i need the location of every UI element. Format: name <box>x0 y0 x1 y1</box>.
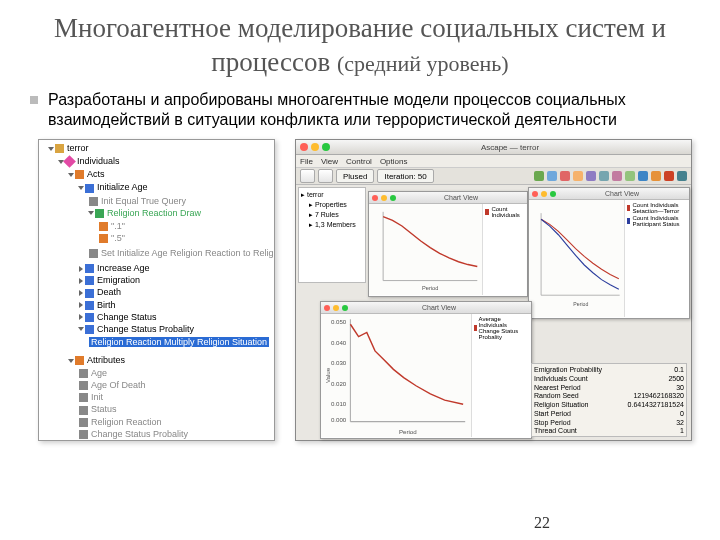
status-tab-paused[interactable]: Plused <box>336 169 374 183</box>
svg-text:Value: Value <box>324 367 331 383</box>
bullet-text: Разработаны и апробированы многоагентные… <box>48 90 690 132</box>
menu-file[interactable]: File <box>300 157 313 166</box>
svg-text:Period: Period <box>573 301 588 307</box>
tool-icon[interactable] <box>573 171 583 181</box>
tool-icon[interactable] <box>677 171 687 181</box>
chart-window-3[interactable]: Chart View 0.050 0.040 0.030 0.020 0.010 <box>320 301 532 439</box>
tool-icon[interactable] <box>612 171 622 181</box>
svg-text:0.020: 0.020 <box>331 380 347 387</box>
chart-window-2[interactable]: Chart View Period Coun <box>528 187 690 319</box>
tool-icon[interactable] <box>586 171 596 181</box>
page-number: 22 <box>534 514 550 532</box>
model-tree-panel[interactable]: terror Individuals Acts Initialize Age I… <box>38 139 275 441</box>
parameters-panel: Emigration Probability0.1 Individuals Co… <box>531 363 687 437</box>
toolbar-button[interactable] <box>300 169 315 183</box>
gear-icon <box>75 170 84 179</box>
svg-text:Period: Period <box>399 428 417 435</box>
title-paren: (средний уровень) <box>337 51 509 76</box>
window-title: Ascape — terror <box>333 143 687 152</box>
svg-text:0.010: 0.010 <box>331 400 347 407</box>
menu-options[interactable]: Options <box>380 157 408 166</box>
svg-text:0.050: 0.050 <box>331 318 347 325</box>
window-titlebar[interactable]: Ascape — terror <box>296 140 691 155</box>
svg-text:0.030: 0.030 <box>331 359 347 366</box>
slide-title: Многоагентное моделирование социальных с… <box>30 12 690 80</box>
chart-window-1[interactable]: Chart View Period Count Individuals <box>368 191 528 297</box>
bullet-square-icon <box>30 96 38 104</box>
menubar[interactable]: File View Control Options <box>296 155 691 168</box>
toolbar-button[interactable] <box>318 169 333 183</box>
svg-text:0.040: 0.040 <box>331 339 347 346</box>
tool-icon[interactable] <box>599 171 609 181</box>
tool-icon[interactable] <box>664 171 674 181</box>
traffic-lights[interactable] <box>300 143 330 151</box>
simulation-app-window: Ascape — terror File View Control Option… <box>295 139 692 441</box>
tool-icon[interactable] <box>560 171 570 181</box>
tool-icon[interactable] <box>638 171 648 181</box>
app-side-tree[interactable]: ▸ terror ▸ Properties ▸ 7 Rules ▸ 1,3 Me… <box>298 187 366 283</box>
bullet-item: Разработаны и апробированы многоагентные… <box>30 90 690 132</box>
menu-control[interactable]: Control <box>346 157 372 166</box>
folder-icon <box>55 144 64 153</box>
toolbar[interactable]: Plused Iteration: 50 <box>296 168 691 185</box>
menu-view[interactable]: View <box>321 157 338 166</box>
tool-icon[interactable] <box>547 171 557 181</box>
svg-text:Period: Period <box>422 285 438 291</box>
tool-icon[interactable] <box>534 171 544 181</box>
tree-selected-item[interactable]: Religion Reaction Multiply Religion Situ… <box>89 337 269 347</box>
tool-icon[interactable] <box>625 171 635 181</box>
svg-text:0.000: 0.000 <box>331 416 347 423</box>
status-tab-iteration[interactable]: Iteration: 50 <box>377 169 433 183</box>
tool-icon[interactable] <box>651 171 661 181</box>
